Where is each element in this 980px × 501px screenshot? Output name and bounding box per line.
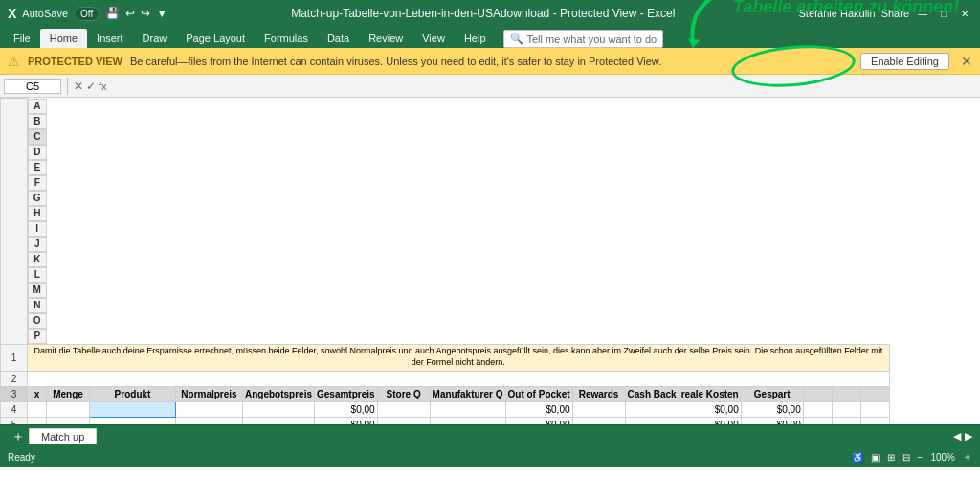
status-right: ♿ ▣ ⊞ ⊟ − 100% ＋ (852, 450, 972, 464)
tab-formulas[interactable]: Formulas (255, 29, 318, 48)
warning-icon: ⚠ (8, 54, 20, 69)
row-num-2: 2 (1, 371, 28, 386)
protected-view-message: Be careful—files from the Internet can c… (130, 56, 853, 67)
tab-insert[interactable]: Insert (87, 29, 133, 48)
zoom-in-icon[interactable]: ＋ (963, 450, 972, 464)
protected-bar-close[interactable]: ✕ (961, 54, 972, 69)
col-I[interactable]: I (28, 221, 47, 237)
sheet-table: A B C D E F G H I J K L M N O P (0, 98, 890, 424)
view-normal-icon[interactable]: ▣ (871, 452, 880, 463)
row-num-3: 3 (1, 386, 28, 401)
title-bar: X AutoSave Off 💾 ↩ ↪ ▼ Match-up-Tabelle-… (0, 0, 980, 27)
col-K[interactable]: K (28, 252, 47, 267)
tab-home[interactable]: Home (40, 29, 87, 48)
header-store-q: Store Q (377, 386, 430, 401)
table-row: 5$0,00$0,00$0,00$0,00 (1, 417, 890, 424)
header-reale-kosten: reale Kosten (679, 386, 741, 401)
redo-icon[interactable]: ↪ (141, 7, 150, 20)
col-H[interactable]: H (28, 206, 47, 221)
undo-icon[interactable]: ↩ (125, 7, 135, 20)
header-menge: Menge (47, 386, 90, 401)
col-M[interactable]: M (28, 283, 47, 298)
name-box[interactable] (4, 79, 61, 94)
search-icon: 🔍 (510, 33, 523, 45)
formula-separator (67, 78, 68, 95)
col-E[interactable]: E (28, 160, 47, 175)
row-num-1: 1 (1, 344, 28, 371)
header-angebotspreis: Angebotspreis (243, 386, 315, 401)
col-A[interactable]: A (28, 99, 47, 114)
confirm-formula-icon[interactable]: ✓ (86, 80, 96, 93)
insert-function-icon[interactable]: fx (99, 80, 107, 92)
col-G[interactable]: G (28, 191, 47, 206)
header-cash-back: Cash Back (625, 386, 679, 401)
close-button[interactable]: ✕ (957, 6, 972, 21)
sheet-tab-match-up[interactable]: Match up (29, 428, 97, 444)
tab-data[interactable]: Data (318, 29, 359, 48)
ribbon-tabs: File Home Insert Draw Page Layout Formul… (0, 27, 980, 48)
enable-editing-container: Enable Editing (860, 53, 949, 70)
autosave-label: AutoSave (22, 8, 68, 19)
header-o (832, 386, 860, 401)
header-normalpreis: Normalpreis (176, 386, 243, 401)
col-D[interactable]: D (28, 145, 47, 160)
enable-editing-button[interactable]: Enable Editing (860, 53, 949, 70)
formula-icons: ✕ ✓ fx (74, 80, 107, 93)
cancel-formula-icon[interactable]: ✕ (74, 80, 83, 93)
window-title: Match-up-Tabelle-von-Leben-in-den-USAdow… (167, 7, 798, 20)
scroll-right-icon[interactable]: ▶ (965, 430, 972, 443)
header-row: 3 x Menge Produkt Normalpreis Angebotspr… (1, 386, 890, 401)
quick-access-toolbar: 💾 ↩ ↪ ▼ (105, 7, 167, 20)
empty-row-2[interactable] (28, 371, 890, 386)
view-layout-icon[interactable]: ⊞ (887, 452, 895, 463)
col-L[interactable]: L (28, 267, 47, 283)
tab-file[interactable]: File (4, 29, 40, 48)
zoom-level: 100% (930, 452, 955, 463)
view-page-break-icon[interactable]: ⊟ (902, 452, 910, 463)
col-C[interactable]: C (28, 129, 47, 145)
formula-input[interactable] (111, 80, 976, 93)
header-p (860, 386, 889, 401)
header-out-of-pocket: Out of Pocket (505, 386, 572, 401)
save-icon[interactable]: 💾 (105, 7, 120, 20)
col-O[interactable]: O (28, 313, 47, 329)
title-bar-controls: Stefanie Hakulin Share — □ ✕ (799, 6, 972, 21)
tab-page-layout[interactable]: Page Layout (176, 29, 255, 48)
header-x: x (28, 386, 47, 401)
share-button[interactable]: Share (881, 8, 909, 19)
protected-view-bar: ⚠ PROTECTED VIEW Be careful—files from t… (0, 48, 980, 75)
tab-review[interactable]: Review (359, 29, 412, 48)
header-rewards: Rewards (572, 386, 625, 401)
scroll-left-icon[interactable]: ◀ (953, 430, 961, 443)
scroll-controls: ◀ ▶ (953, 430, 972, 443)
excel-logo: X (8, 6, 16, 21)
corner-cell (1, 99, 28, 345)
tab-help[interactable]: Help (455, 29, 496, 48)
restore-button[interactable]: □ (936, 6, 951, 21)
minimize-button[interactable]: — (915, 6, 930, 21)
tab-draw[interactable]: Draw (133, 29, 177, 48)
formula-bar: ✕ ✓ fx (0, 75, 980, 98)
user-name: Stefanie Hakulin (799, 8, 876, 19)
col-J[interactable]: J (28, 237, 47, 252)
tab-view[interactable]: View (412, 29, 455, 48)
more-icon[interactable]: ▼ (156, 7, 167, 20)
spreadsheet: A B C D E F G H I J K L M N O P (0, 98, 980, 424)
status-bar: Ready ♿ ▣ ⊞ ⊟ − 100% ＋ (0, 447, 980, 467)
zoom-out-icon[interactable]: − (918, 452, 924, 463)
header-n (803, 386, 832, 401)
col-P[interactable]: P (28, 329, 47, 344)
col-header-row: A B C D E F G H I J K L M N O P (1, 99, 890, 345)
tell-me-box[interactable]: 🔍 Tell me what you want to do (503, 30, 664, 48)
add-sheet-button[interactable]: ＋ (11, 428, 25, 445)
protected-view-label: PROTECTED VIEW (28, 56, 122, 67)
tell-me-text: Tell me what you want to do (527, 34, 657, 45)
ready-status: Ready (8, 452, 35, 463)
accessibility-icon[interactable]: ♿ (852, 452, 863, 463)
col-N[interactable]: N (28, 298, 47, 313)
table-row: 4$0,00$0,00$0,00$0,00 (1, 401, 890, 417)
autosave-toggle[interactable]: Off (74, 7, 100, 21)
col-F[interactable]: F (28, 175, 47, 191)
col-B[interactable]: B (28, 114, 47, 129)
title-bar-left: X AutoSave Off 💾 ↩ ↪ ▼ (8, 6, 167, 21)
